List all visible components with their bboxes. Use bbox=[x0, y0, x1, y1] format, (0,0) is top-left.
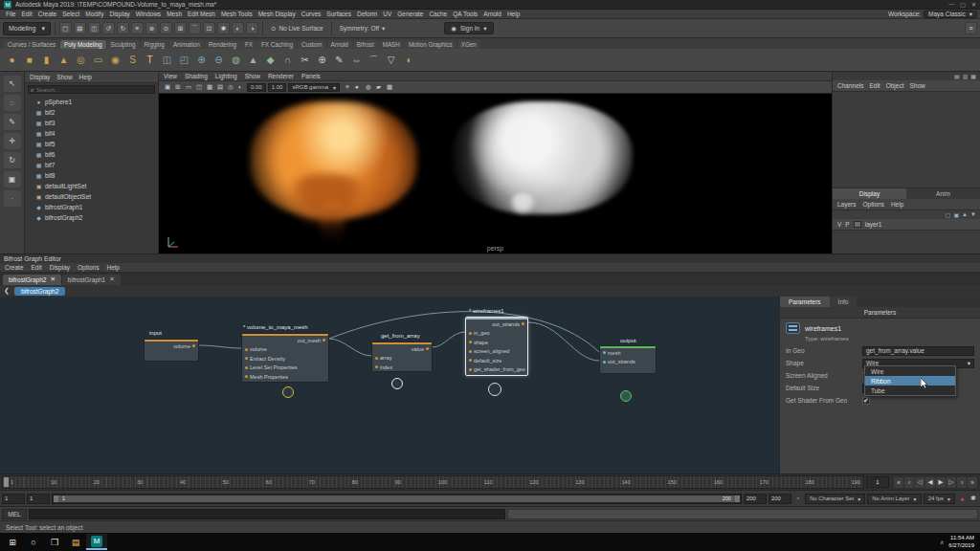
port-in-geo[interactable]: in_geo bbox=[466, 329, 527, 339]
camera-attrs-icon[interactable]: ▣ bbox=[162, 83, 171, 91]
layer-color-swatch[interactable] bbox=[854, 221, 861, 228]
tab-bifrostgraph1[interactable]: bifrostGraph1 ✕ bbox=[62, 275, 121, 285]
graph-editor-menu[interactable]: Edit bbox=[32, 264, 42, 271]
option-wire[interactable]: Wire bbox=[865, 366, 955, 376]
shelf-tab[interactable]: FX bbox=[241, 40, 256, 49]
viewport-menu[interactable]: Lighting bbox=[215, 73, 237, 79]
layer-editor-menu[interactable]: Help bbox=[891, 201, 903, 208]
range-handle-left[interactable] bbox=[54, 496, 58, 502]
exposure-field[interactable]: 0.00 bbox=[247, 83, 266, 92]
construction-history-icon[interactable]: ✱ bbox=[217, 22, 230, 34]
menu-set-dropdown[interactable]: Modeling ▾ bbox=[3, 22, 51, 35]
channelbox-display-icon[interactable]: ▤ bbox=[954, 73, 960, 79]
bevel-icon[interactable]: ◆ bbox=[262, 52, 278, 68]
tab-anim[interactable]: Anim bbox=[906, 188, 980, 199]
outliner-item[interactable]: ◆ bifrostGraph1 bbox=[25, 202, 158, 212]
set-key-icon[interactable]: ⬩ bbox=[793, 495, 803, 502]
step-forward-frame-button[interactable]: ▷ bbox=[947, 477, 956, 488]
taskbar-clock[interactable]: 11:54 AM 6/27/2019 bbox=[948, 535, 974, 549]
last-tool[interactable]: · bbox=[4, 190, 21, 207]
film-gate-icon[interactable]: ▭ bbox=[183, 83, 192, 91]
move-layer-up-icon[interactable]: ▲ bbox=[962, 211, 968, 218]
shelf-tab[interactable]: Poly Modeling bbox=[60, 40, 106, 49]
multi-cut-icon[interactable]: ✂ bbox=[297, 52, 313, 68]
outliner-menu[interactable]: Show bbox=[56, 74, 72, 80]
resolution-gate-icon[interactable]: ◫ bbox=[193, 83, 203, 91]
menu-item[interactable]: Mesh Tools bbox=[218, 11, 256, 17]
menu-item[interactable]: UV bbox=[380, 11, 394, 17]
select-component-icon[interactable]: ⊙ bbox=[160, 22, 172, 34]
outliner-item[interactable]: ▦ bif6 bbox=[25, 149, 158, 160]
step-forward-key-button[interactable]: › bbox=[957, 477, 967, 488]
outliner-item[interactable]: ▣ defaultObjectSet bbox=[25, 191, 158, 202]
maximize-icon[interactable]: ▢ bbox=[960, 1, 966, 8]
layer-editor-menu[interactable]: Options bbox=[863, 201, 884, 208]
layer-editor-menu[interactable]: Layers bbox=[837, 201, 857, 208]
save-scene-icon[interactable]: ◫ bbox=[88, 22, 100, 34]
select-object-icon[interactable]: ⊚ bbox=[145, 22, 158, 34]
target-weld-icon[interactable]: ⊕ bbox=[314, 52, 330, 68]
menu-item[interactable]: Edit bbox=[18, 11, 34, 17]
tab-display[interactable]: Display bbox=[833, 188, 906, 199]
watchpoint-yellow[interactable] bbox=[282, 386, 294, 398]
lasso-tool[interactable]: ◌ bbox=[4, 95, 21, 111]
node-input[interactable]: volume bbox=[144, 339, 199, 362]
reduce-icon[interactable]: ▽ bbox=[383, 52, 399, 68]
node-output[interactable]: mesh out_strands bbox=[599, 345, 657, 374]
channelbox-menu[interactable]: Object bbox=[886, 82, 904, 89]
poly-cone-icon[interactable]: ▲ bbox=[56, 52, 72, 68]
playback-start-field[interactable]: 1 bbox=[2, 494, 25, 504]
poly-plane-icon[interactable]: ▭ bbox=[90, 52, 106, 68]
sidebar-toggle-icon[interactable]: ≡ bbox=[965, 22, 977, 34]
undo-icon[interactable]: ↺ bbox=[102, 22, 115, 34]
search-icon[interactable]: ○ bbox=[23, 534, 44, 550]
range-handle-right[interactable] bbox=[735, 496, 740, 502]
gamma-field[interactable]: 1.00 bbox=[268, 83, 287, 92]
menu-item[interactable]: Arnold bbox=[480, 11, 504, 17]
xray-icon[interactable]: ◐ bbox=[235, 83, 245, 91]
lighting-icon[interactable]: ☀ bbox=[342, 83, 351, 91]
menu-item[interactable]: Create bbox=[35, 11, 60, 17]
port-index-in[interactable]: index bbox=[372, 363, 432, 372]
node-get-from-array[interactable]: value array index bbox=[371, 342, 433, 372]
outliner-item[interactable]: ▦ bif3 bbox=[25, 118, 158, 128]
snap-curve-icon[interactable]: ⌒ bbox=[189, 22, 201, 34]
step-back-frame-button[interactable]: ◁ bbox=[915, 477, 924, 488]
anti-alias-icon[interactable]: ▰ bbox=[373, 83, 383, 91]
extrude-icon[interactable]: ▲ bbox=[245, 52, 261, 68]
menu-item[interactable]: QA Tools bbox=[450, 11, 480, 17]
poly-cylinder-icon[interactable]: ▮ bbox=[38, 52, 55, 68]
viewport-menu[interactable]: View bbox=[164, 73, 177, 79]
node-graph-canvas[interactable]: input volume * volume_to_maya_mesh out_m… bbox=[0, 297, 779, 474]
port-out-mesh[interactable]: out_mesh bbox=[242, 336, 328, 345]
ipr-render-icon[interactable]: ◑ bbox=[246, 22, 258, 34]
shelf-tab[interactable]: XGen bbox=[457, 40, 480, 49]
menu-item[interactable]: Display bbox=[106, 11, 132, 17]
poly-cube-icon[interactable]: ■ bbox=[21, 52, 37, 68]
smooth-icon[interactable]: ◍ bbox=[228, 52, 244, 68]
crease-icon[interactable]: ⌒ bbox=[366, 52, 382, 68]
range-slider[interactable]: 1 200 bbox=[52, 494, 742, 504]
shelf-tab[interactable]: Sculpting bbox=[107, 40, 140, 49]
menu-item[interactable]: File bbox=[3, 11, 18, 17]
node-volume-to-maya-mesh[interactable]: out_mesh volume Extract Density Level Se… bbox=[241, 333, 329, 383]
new-empty-layer-icon[interactable]: ▢ bbox=[946, 211, 951, 218]
port-value-out[interactable]: value bbox=[372, 344, 432, 354]
tab-bifrostgraph2[interactable]: bifrostGraph2 ✕ bbox=[3, 275, 61, 285]
shelf-tab[interactable]: Animation bbox=[169, 40, 204, 49]
animation-start-field[interactable]: 1 bbox=[27, 494, 50, 504]
port-out-strands[interactable]: out_strands bbox=[466, 320, 527, 329]
menu-item[interactable]: Windows bbox=[133, 11, 164, 17]
playback-end-field[interactable]: 200 bbox=[768, 494, 791, 504]
channelbox-menu[interactable]: Edit bbox=[869, 82, 880, 89]
port-out-strands-in[interactable]: out_strands bbox=[600, 358, 656, 367]
graph-editor-menu[interactable]: Display bbox=[50, 264, 70, 271]
animation-end-field[interactable]: 200 bbox=[744, 494, 767, 504]
scale-tool[interactable]: ▣ bbox=[4, 171, 21, 187]
outliner-search-input[interactable] bbox=[36, 87, 152, 93]
menu-item[interactable]: Edit Mesh bbox=[185, 11, 218, 17]
viewport-menu[interactable]: Panels bbox=[301, 73, 321, 79]
play-backwards-button[interactable]: ◀ bbox=[925, 477, 935, 488]
snap-grid-icon[interactable]: ⊞ bbox=[174, 22, 187, 34]
menu-item[interactable]: Help bbox=[504, 11, 523, 17]
